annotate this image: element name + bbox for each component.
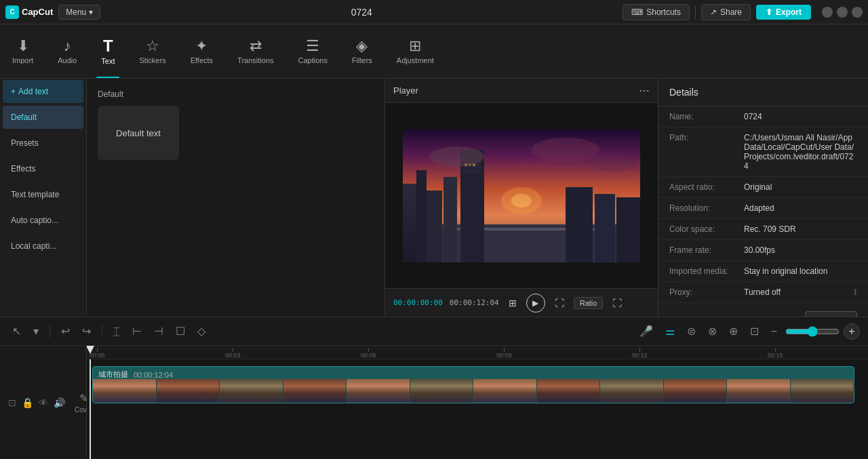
add-icon: + <box>11 87 16 96</box>
video-thumbnail <box>403 129 640 262</box>
fullscreen-button[interactable]: ⛶ <box>610 296 625 310</box>
default-text-card[interactable]: Default text <box>98 106 179 160</box>
select-tool-button[interactable]: ↖ <box>8 322 25 340</box>
toolbar-item-audio[interactable]: ♪ Audio <box>45 24 89 78</box>
video-track[interactable]: 城市拍摄 00:00:12:04 <box>92 366 854 403</box>
svg-rect-8 <box>416 170 427 262</box>
timeline-tool-3[interactable]: ⊗ <box>704 322 721 340</box>
ruler-tick-6: 00:06 <box>361 348 376 359</box>
ratio-button[interactable]: Ratio <box>574 297 604 309</box>
microphone-button[interactable]: 🎤 <box>635 322 657 340</box>
grid-view-button[interactable]: ⊞ <box>506 296 519 310</box>
toolbar-item-text[interactable]: T Text <box>89 24 127 78</box>
sidebar-item-default[interactable]: Default <box>3 106 83 129</box>
ruler-tick-3: 00:03 <box>225 348 241 359</box>
split-button[interactable]: ⌶ <box>109 323 124 340</box>
toolbar-item-effects[interactable]: ✦ Effects <box>178 24 225 78</box>
sidebar-item-local-caption[interactable]: Local capti... <box>3 235 83 258</box>
thumb-6 <box>410 379 474 403</box>
player-video <box>403 129 640 262</box>
export-button[interactable]: ⬆ Export <box>756 5 811 20</box>
player-menu-button[interactable]: ⋯ <box>639 84 650 97</box>
zoom-slider[interactable] <box>785 326 840 337</box>
sidebar-item-auto-caption[interactable]: Auto captio... <box>3 209 83 232</box>
zoom-out-button[interactable]: − <box>767 323 781 340</box>
share-button[interactable]: ↗ Share <box>701 4 751 20</box>
project-id: 0724 <box>100 7 623 18</box>
fullscreen-crop-button[interactable]: ⛶ <box>552 296 567 310</box>
toolbar-item-captions[interactable]: ☰ Captions <box>285 24 339 78</box>
undo-button[interactable]: ↩ <box>57 322 74 340</box>
sidebar-item-effects[interactable]: Effects <box>3 157 83 180</box>
sidebar-label-local-caption: Local capti... <box>11 241 56 251</box>
select-dropdown-button[interactable]: ▾ <box>29 322 43 340</box>
timeline-tool-1[interactable]: ⚌ <box>661 322 679 340</box>
player-area: Player ⋯ <box>385 79 658 317</box>
sidebar-label-text-template: Text template <box>11 190 59 199</box>
value-name: 0724 <box>744 112 857 121</box>
details-row-path: Path: C:/Users/Usman Ali Nasir/AppData/L… <box>658 127 868 177</box>
redo-button[interactable]: ↪ <box>78 322 95 340</box>
toolbar-item-import[interactable]: ⬇ Import <box>0 24 45 78</box>
app-logo: C CapCut <box>5 5 53 19</box>
shortcuts-button[interactable]: ⌨ Shortcuts <box>623 4 690 20</box>
timeline-tool-2[interactable]: ⊜ <box>683 322 700 340</box>
sidebar-item-text-template[interactable]: Text template <box>3 183 83 206</box>
default-text-label: Default text <box>116 128 161 138</box>
timeline-track-container: 城市拍摄 00:00:12:04 <box>87 359 868 459</box>
timeline-tracks-area: ⊡ 🔒 👁 🔊 ✎ Cover 00:00 00:03 <box>0 346 868 459</box>
player-controls: 00:00:00:00 00:00:12:04 ⊞ ▶ ⛶ Ratio ⛶ <box>385 288 658 317</box>
sidebar-label-effects: Effects <box>11 164 35 174</box>
effects-icon: ✦ <box>195 39 208 54</box>
track-eye-icon[interactable]: 👁 <box>39 397 48 408</box>
value-path: C:/Users/Usman Ali Nasir/AppData/Local/C… <box>744 133 857 171</box>
window-maximize-button[interactable]: ❐ <box>837 7 848 18</box>
toolbar-item-stickers[interactable]: ☆ Stickers <box>127 24 178 78</box>
player-header: Player ⋯ <box>385 79 658 103</box>
video-track-thumbnails <box>93 379 854 403</box>
play-button[interactable]: ▶ <box>526 294 545 313</box>
window-minimize-button[interactable]: — <box>822 7 833 18</box>
toolbar: ⬇ Import ♪ Audio T Text ☆ Stickers ✦ Eff… <box>0 24 868 79</box>
details-title: Details <box>658 79 868 106</box>
sidebar-label-presets: Presets <box>11 138 39 148</box>
share-icon: ↗ <box>710 7 717 17</box>
add-track-button[interactable]: + <box>844 323 860 340</box>
export-label: Export <box>776 7 802 17</box>
window-close-button[interactable]: ✕ <box>852 7 863 18</box>
delete-button[interactable]: ☐ <box>172 322 189 340</box>
trim-right-button[interactable]: ⊣ <box>150 322 167 340</box>
track-expand-icon[interactable]: ⊡ <box>8 397 16 408</box>
share-label: Share <box>720 7 742 17</box>
sidebar-item-presets[interactable]: Presets <box>3 132 83 155</box>
menu-button[interactable]: Menu ▾ <box>58 5 100 20</box>
toolbar-item-adjustment[interactable]: ⊞ Adjustment <box>384 24 446 78</box>
filters-icon: ◈ <box>356 39 368 54</box>
timeline-tool-4[interactable]: ⊕ <box>725 322 742 340</box>
import-icon: ⬇ <box>17 39 29 54</box>
trim-left-button[interactable]: ⊢ <box>128 322 146 340</box>
sidebar-label-auto-caption: Auto captio... <box>11 216 58 225</box>
left-panel: + Add text Default Presets Effects Text … <box>0 79 87 317</box>
keyframe-button[interactable]: ◇ <box>193 322 210 340</box>
toolbar-label-effects: Effects <box>191 56 213 64</box>
keyboard-icon: ⌨ <box>631 7 643 17</box>
details-row-name: Name: 0724 <box>658 106 868 127</box>
thumb-4 <box>283 379 347 403</box>
modify-button[interactable]: Modify <box>805 311 857 317</box>
track-lock-icon[interactable]: 🔒 <box>22 397 33 408</box>
label-aspect: Aspect ratio: <box>669 182 744 192</box>
text-panel: Default Default text <box>87 79 385 317</box>
thumb-2 <box>157 379 220 403</box>
toolbar-item-transitions[interactable]: ⇄ Transitions <box>225 24 285 78</box>
add-text-button[interactable]: + Add text <box>3 80 83 103</box>
label-colorspace: Color space: <box>669 224 744 234</box>
thumb-9 <box>600 379 664 403</box>
ruler-tick-15: 00:15 <box>768 348 783 359</box>
timeline-tool-5[interactable]: ⊡ <box>746 322 763 340</box>
playhead[interactable] <box>90 359 91 459</box>
main-area: + Add text Default Presets Effects Text … <box>0 79 868 317</box>
toolbar-item-filters[interactable]: ◈ Filters <box>340 24 384 78</box>
track-audio-icon[interactable]: 🔊 <box>54 397 65 408</box>
text-icon: T <box>103 38 113 54</box>
